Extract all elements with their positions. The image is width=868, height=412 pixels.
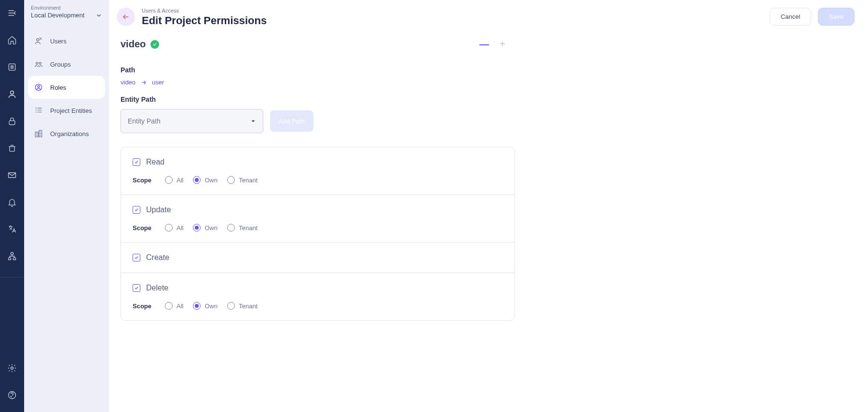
entity-name: video (121, 39, 146, 50)
scope-radio-label: All (176, 302, 183, 310)
rail-top (0, 7, 24, 262)
organizations-icon (34, 129, 43, 138)
mail-icon[interactable] (0, 169, 24, 181)
svg-rect-6 (9, 258, 11, 260)
add-path-button[interactable]: Add Path (270, 110, 313, 132)
svg-point-1 (11, 91, 14, 94)
lock-icon[interactable] (0, 115, 24, 127)
header-actions: Cancel Save (770, 8, 854, 26)
main: Users & Access Edit Project Permissions … (109, 0, 868, 412)
permission-name: Read (146, 158, 164, 166)
entity-path-select[interactable]: Entity Path (121, 109, 263, 133)
permission-checkbox[interactable] (133, 254, 140, 261)
permission-section-create: Create (121, 243, 515, 273)
scope-label: Scope (133, 177, 151, 184)
permission-checkbox[interactable] (133, 284, 140, 292)
scope-radio-all[interactable]: All (165, 176, 183, 184)
sidebar-item-label: Roles (50, 84, 66, 91)
scope-radio-tenant[interactable]: Tenant (227, 224, 258, 232)
permissions-card: ReadScopeAllOwnTenantUpdateScopeAllOwnTe… (121, 147, 515, 321)
sidebar-items: Users Groups Roles Project Entities Orga… (24, 29, 109, 145)
bell-icon[interactable] (0, 196, 24, 208)
arrow-right-icon (140, 79, 147, 86)
gear-icon[interactable] (0, 362, 24, 374)
svg-point-15 (38, 85, 40, 87)
scope-row: ScopeAllOwnTenant (133, 302, 503, 310)
scope-radio-own[interactable]: Own (193, 302, 217, 310)
arrow-left-icon (122, 13, 130, 21)
entities-icon (34, 106, 43, 115)
permission-name: Create (146, 253, 169, 262)
scope-label: Scope (133, 224, 151, 232)
svg-rect-4 (9, 173, 16, 178)
roles-icon (34, 82, 43, 92)
chevron-down-icon (95, 12, 102, 19)
breadcrumb: Users & Access (142, 8, 267, 14)
svg-rect-3 (10, 147, 14, 151)
archive-icon[interactable] (0, 142, 24, 154)
scope-radio-all[interactable]: All (165, 224, 183, 232)
environment-value: Local Development (31, 12, 84, 19)
scope-radio-own[interactable]: Own (193, 224, 217, 232)
path-segment-video[interactable]: video (121, 79, 136, 86)
translate-icon[interactable] (0, 223, 24, 235)
sidebar-item-roles[interactable]: Roles (28, 76, 105, 99)
back-button[interactable] (117, 8, 135, 26)
scope-radio-tenant[interactable]: Tenant (227, 176, 258, 184)
path-label: Path (121, 66, 515, 74)
page-header: Users & Access Edit Project Permissions … (109, 0, 868, 27)
entity-path-placeholder: Entity Path (128, 117, 161, 125)
scope-radio-label: Own (204, 302, 217, 310)
list-icon[interactable] (0, 61, 24, 73)
entity-path-label: Entity Path (121, 96, 515, 103)
path-breadcrumb: video user (121, 79, 515, 86)
user-icon[interactable] (0, 88, 24, 100)
sidebar-item-organizations[interactable]: Organizations (28, 122, 105, 145)
environment-label: Environment (31, 5, 102, 11)
scope-radio-tenant[interactable]: Tenant (227, 302, 258, 310)
sidebar-item-label: Groups (50, 61, 71, 68)
permission-section-read: ReadScopeAllOwnTenant (121, 147, 515, 195)
svg-rect-7 (14, 258, 16, 260)
permission-checkbox[interactable] (133, 206, 140, 214)
page-title: Edit Project Permissions (142, 14, 267, 27)
entity-header: video — + (121, 39, 515, 50)
svg-rect-16 (35, 132, 38, 137)
scope-radio-label: Tenant (239, 224, 258, 232)
home-icon[interactable] (0, 34, 24, 46)
expand-icon[interactable]: + (500, 39, 505, 50)
sidebar-item-project-entities[interactable]: Project Entities (28, 99, 105, 122)
path-segment-user[interactable]: user (152, 79, 164, 86)
icon-rail (0, 0, 24, 412)
permission-section-update: UpdateScopeAllOwnTenant (121, 195, 515, 243)
scope-radio-own[interactable]: Own (193, 176, 217, 184)
sidebar-item-groups[interactable]: Groups (28, 53, 105, 76)
scope-radio-label: Own (204, 224, 217, 232)
scope-radio-all[interactable]: All (165, 302, 183, 310)
support-icon[interactable] (0, 389, 24, 401)
scope-radio-label: Tenant (239, 177, 258, 184)
svg-rect-5 (11, 253, 14, 255)
permission-checkbox[interactable] (133, 158, 140, 166)
sidebar: Environment Local Development Users Grou… (24, 0, 109, 412)
scope-radio-label: All (176, 177, 183, 184)
sidebar-item-label: Users (50, 38, 67, 45)
menu-collapse-icon[interactable] (0, 7, 24, 19)
sitemap-icon[interactable] (0, 250, 24, 262)
sidebar-item-label: Organizations (50, 130, 89, 137)
permission-name: Delete (146, 284, 168, 292)
save-button[interactable]: Save (818, 8, 854, 26)
scope-radio-label: All (176, 224, 183, 232)
environment-selector[interactable]: Environment Local Development (24, 0, 109, 29)
svg-point-8 (11, 367, 14, 370)
users-icon (34, 36, 43, 46)
content: video — + Path video user Entity Path En… (109, 27, 529, 350)
svg-point-10 (37, 39, 39, 41)
rail-bottom (0, 362, 24, 405)
sidebar-item-label: Project Entities (50, 107, 92, 114)
cancel-button[interactable]: Cancel (770, 8, 811, 26)
collapse-icon[interactable]: — (479, 39, 488, 50)
scope-row: ScopeAllOwnTenant (133, 176, 503, 184)
sidebar-item-users[interactable]: Users (28, 29, 105, 53)
groups-icon (34, 59, 43, 69)
